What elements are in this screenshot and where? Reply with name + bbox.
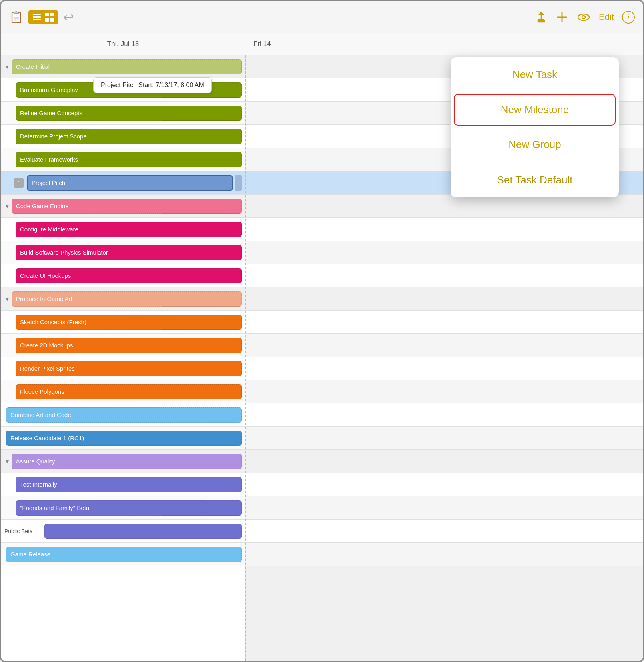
task-label-12: Sketch Concepts (Fresh) [20,319,86,325]
task-row-19[interactable]: Test Internally [1,473,245,496]
task-row-9[interactable]: Build Software Physics Simulator [1,241,245,264]
task-bar-hookups: Create UI Hookups [16,268,242,283]
task-bar-art: Produce In-Game Art [12,291,242,307]
triangle-icon-1: ▼ [4,64,10,70]
info-button[interactable]: i [622,11,635,24]
task-bar-scope: Determine Project Scope [16,129,242,144]
task-label-5: Evaluate Frameworks [20,156,78,163]
task-row-17[interactable]: Release Candidate 1 (RC1) [1,427,245,450]
task-bar-21-container [43,521,243,541]
task-row-11[interactable]: ▼ Produce In-Game Art [1,287,245,311]
task-row-12[interactable]: Sketch Concepts (Fresh) [1,311,245,334]
task-bar-mockups: Create 2D Mockups [16,338,242,353]
task-row-4[interactable]: Determine Project Scope [1,125,245,148]
gantt-row-20 [245,496,643,520]
task-row-13[interactable]: Create 2D Mockups [1,334,245,357]
task-label-16: Combine Art and Code [10,411,71,418]
task-tooltip: Project Pitch Start: 7/13/17, 8:00 AM [93,77,212,93]
eye-icon[interactable] [576,11,591,24]
task-label-18: Assure Quality [16,458,55,465]
task-bar-12-container: Sketch Concepts (Fresh) [14,312,243,332]
task-bar-quality: Assure Quality [12,454,242,469]
toolbar-left: 📋 ↩ [9,10,74,25]
task-label-3: Refine Game Concepts [20,110,82,116]
public-beta-label: Public Beta [4,528,40,534]
gantt-row-22 [245,543,643,566]
new-group-menu-item[interactable]: New Group [451,127,619,162]
new-milestone-label: New Milestone [501,104,569,116]
milestone-handle: ⋮ [14,178,24,188]
app-container: 📋 ↩ [0,0,644,662]
back-button[interactable]: ↩ [63,10,74,25]
task-row-10[interactable]: Create UI Hookups [1,264,245,287]
task-label-17: Release Candidate 1 (RC1) [10,435,84,441]
task-row-14[interactable]: Render Pixel Sprites [1,357,245,380]
task-row-7[interactable]: ▼ Code Game Engine [1,195,245,218]
task-label-9: Build Software Physics Simulator [20,249,108,256]
task-bar-5-container: Evaluate Frameworks [14,150,243,170]
task-bar-beta: "Friends and Family" Beta [16,500,242,516]
add-icon[interactable] [556,11,568,24]
task-bar-polygons: Fleece Polygons [16,384,242,399]
task-row-20[interactable]: "Friends and Family" Beta [1,496,245,520]
milestone-end-handle [235,175,242,191]
set-task-default-menu-item[interactable]: Set Task Default [451,162,619,197]
task-bar-3-container: Refine Game Concepts [14,103,243,123]
task-bar-17-container: Release Candidate 1 (RC1) [4,428,243,448]
view-toggle[interactable] [28,10,58,24]
task-bar-create-initial: Create Initial [12,59,242,74]
gantt-row-14 [245,357,643,380]
task-row-8[interactable]: Configure Middleware [1,218,245,241]
gantt-header-right: Fri 14 [245,33,643,55]
task-label-1: Create Initial [16,63,50,70]
task-row-15[interactable]: Fleece Polygons [1,380,245,403]
task-bar-20-container: "Friends and Family" Beta [14,498,243,518]
right-panel: Fri 14 [245,33,643,661]
gantt-row-18 [245,450,643,473]
triangle-icon-18: ▼ [4,458,10,465]
svg-point-9 [578,14,589,20]
svg-point-10 [582,16,585,19]
task-bar-release: Game Release [6,547,242,562]
task-row-21[interactable]: Public Beta [1,520,245,543]
gantt-row-11 [245,287,643,311]
set-task-default-label: Set Task Default [497,174,573,186]
gantt-row-10 [245,264,643,287]
task-bar-combine: Combine Art and Code [6,407,242,423]
list-view-icon [31,12,42,23]
task-bar-1: Create Initial [10,57,243,77]
task-row-1[interactable]: ▼ Create Initial [1,55,245,78]
edit-button[interactable]: Edit [599,12,614,22]
svg-rect-1 [33,16,41,18]
document-icon[interactable]: 📋 [9,10,23,24]
task-row-5[interactable]: Evaluate Frameworks [1,148,245,171]
share-icon[interactable] [535,11,548,24]
gantt-row-8 [245,218,643,241]
gantt-row-19 [245,473,643,496]
task-row-18[interactable]: ▼ Assure Quality [1,450,245,473]
date-header-left: Thu Jul 13 [107,40,139,48]
task-bar-13-container: Create 2D Mockups [14,335,243,355]
task-label-20: "Friends and Family" Beta [20,504,89,511]
gantt-divider-line [245,55,246,661]
task-row-22[interactable]: Game Release [1,543,245,566]
new-milestone-menu-item[interactable]: New Milestone [454,94,616,126]
task-bar-15-container: Fleece Polygons [14,382,243,402]
svg-rect-5 [45,18,49,22]
task-bar-11-container: Produce In-Game Art [10,289,243,309]
task-row-16[interactable]: Combine Art and Code [1,403,245,427]
gantt-row-9 [245,241,643,264]
svg-rect-6 [50,18,54,22]
task-bar-8-container: Configure Middleware [14,219,243,239]
new-task-menu-item[interactable]: New Task [451,57,619,92]
task-bar-18-container: Assure Quality [10,451,243,471]
task-bar-7-container: Code Game Engine [10,196,243,216]
task-label-7: Code Game Engine [16,203,69,209]
task-bar-16-container: Combine Art and Code [4,405,243,425]
task-row-6[interactable]: ⋮ Project Pitch [1,171,245,195]
task-label-10: Create UI Hookups [20,272,71,279]
task-bar-10-container: Create UI Hookups [14,266,243,286]
task-row-3[interactable]: Refine Game Concepts [1,102,245,125]
milestone-handle-icon: ⋮ [16,180,21,186]
task-bar-sketch: Sketch Concepts (Fresh) [16,315,242,330]
